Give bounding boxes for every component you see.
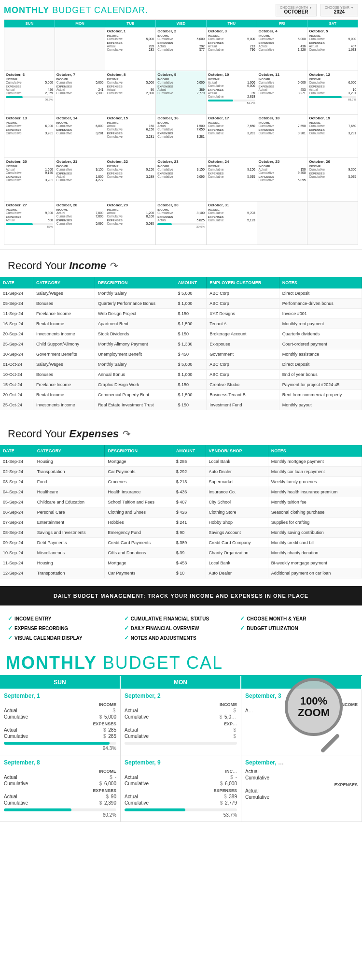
cal-cell-oct10: October, 10 INCOME Actual1,000 Cumulativ…: [207, 71, 257, 115]
income-table-row: 16-Sep-24 Rental Income Apartment Rent $…: [0, 319, 362, 329]
day-header-sat: SAT: [307, 20, 358, 28]
calendar-header: MONTHLY BUDGET CALENDAR. CHOOSE MONTH ▼ …: [4, 4, 358, 16]
cal-cell-oct17: October, 17 INCOME Cumulative7,650 EXPEN…: [207, 115, 257, 158]
title-bold: MONTHLY: [4, 5, 49, 15]
cal-cell-oct28: October, 28 INCOME Actual7,800 Cumulativ…: [55, 202, 106, 245]
cal-cell-oct30: October, 30 INCOME Cumulative8,100 EXPEN…: [156, 202, 207, 245]
expenses-table-row: 07-Sep-24 Entertainment Hobbies $ 241 Ho…: [0, 518, 362, 528]
income-col-category: CATEGORY: [33, 277, 95, 288]
day-header-sun: SUN: [4, 20, 55, 28]
cal-empty-2: [55, 28, 106, 71]
day-header-thu: THU: [207, 20, 257, 28]
feature-check-icon: ✓: [124, 625, 129, 632]
income-table-row: 01-Oct-24 Salary/Wages Monthly Salary $ …: [0, 360, 362, 370]
expenses-table-row: 08-Sep-24 Savings and Investments Emerge…: [0, 528, 362, 538]
big-calendar-title: MONTHLY BUDGET CAL: [6, 653, 356, 673]
cal-cell-oct16: October, 16 INCOME Actual1,500 Cumulativ…: [156, 115, 207, 158]
cal-cell-oct11: October, 11 INCOME Cumulative6,000 EXPEN…: [257, 71, 308, 115]
magnifier-text: 100%ZOOM: [298, 695, 330, 719]
income-table: DATE CATEGORY DESCRIPTION AMOUNT EMPLOYE…: [0, 277, 362, 410]
feature-label: INCOME ENTRY: [14, 616, 51, 621]
cal-cell-oct6: October, 6 INCOME Cumulative5,000 EXPENS…: [4, 71, 55, 115]
income-table-row: 30-Sep-24 Government Benefits Unemployme…: [0, 349, 362, 360]
income-section-title: Record Your Income: [8, 259, 106, 272]
feature-item: ✓VISUAL CALENDAR DISPLAY: [8, 634, 122, 641]
big-title-rest: BUDGET CAL: [97, 653, 223, 673]
exp-col-description: DESCRIPTION: [105, 445, 173, 457]
expenses-table-row: 05-Sep-24 Childcare and Education School…: [0, 497, 362, 507]
expenses-table-row: 01-Sep-24 Housing Mortgage $ 285 Local B…: [0, 457, 362, 467]
feature-item: ✓DAILY FINANCIAL OVERVIEW: [124, 625, 238, 632]
choose-year-control[interactable]: CHOOSE YEAR ▼ 2024: [320, 4, 358, 16]
big-cell-sep2: September, 2 INCOME Actual$ Cumulative$ …: [121, 689, 241, 755]
big-calendar-title-bar: MONTHLY BUDGET CAL: [0, 649, 362, 675]
feature-label: CHOOSE MONTH & YEAR: [247, 616, 306, 621]
cal-cell-oct9: October, 9 INCOME Cumulative5,000 EXPENS…: [156, 71, 207, 115]
expenses-table-row: 02-Sep-24 Transportation Car Payments $ …: [0, 467, 362, 477]
feature-check-icon: ✓: [240, 615, 245, 622]
day-header-tue: TUE: [105, 20, 156, 28]
income-table-row: 01-Sep-24 Salary/Wages Monthly Salary $ …: [0, 288, 362, 299]
cal-cell-oct14: October, 14 INCOME Cumulative6,000 EXPEN…: [55, 115, 106, 158]
magnifier-overlay: 100%ZOOM: [285, 678, 352, 746]
cal-cell-oct20: October, 20 INCOME Actual1,500 Cumulativ…: [4, 158, 55, 202]
title-rest: BUDGET CALENDAR.: [49, 5, 148, 15]
cal-cell-oct26: October, 26 INCOME Cumulative9,300 EXPEN…: [307, 158, 358, 202]
expenses-table-row: 03-Sep-24 Food Groceries $ 213 Supermark…: [0, 477, 362, 487]
dark-banner: DAILY BUDGET MANAGEMENT: TRACK YOUR INCO…: [0, 586, 362, 605]
income-table-row: 05-Sep-24 Bonuses Quarterly Performance …: [0, 299, 362, 309]
choose-month-control[interactable]: CHOOSE MONTH ▼ OCTOBER: [276, 4, 317, 16]
dark-banner-text: DAILY BUDGET MANAGEMENT: TRACK YOUR INCO…: [54, 593, 308, 599]
big-cell-sep1: September, 1 INCOME Actual$ Cumulative$ …: [0, 689, 121, 755]
exp-col-amount: AMOUNT: [173, 445, 206, 457]
cal-cell-oct13: October, 13 INCOME Cumulative6,000 EXPEN…: [4, 115, 55, 158]
cal-cell-oct19: October, 19 INCOME Cumulative7,650 EXPEN…: [307, 115, 358, 158]
feature-check-icon: ✓: [8, 615, 13, 622]
expenses-arrow-icon: ↷: [123, 428, 131, 440]
cal-cell-oct27: October, 27 INCOME Cumulative9,300 EXPEN…: [4, 202, 55, 245]
income-col-notes: NOTES: [279, 277, 362, 288]
income-table-row: 15-Oct-24 Freelance Income Graphic Desig…: [0, 380, 362, 390]
cal-empty-1: [4, 28, 55, 71]
feature-label: EXPENSE RECORDING: [14, 626, 68, 631]
cal-cell-oct15: October, 15 INCOME Actual150 Cumulative6…: [105, 115, 156, 158]
expenses-section-title: Record Your Expenses: [8, 428, 119, 440]
cal-cell-oct21: October, 21 INCOME Cumulative9,150 EXPEN…: [55, 158, 106, 202]
income-table-row: 10-Oct-24 Bonuses Annual Bonus $ 1,000 A…: [0, 370, 362, 380]
day-header-mon: MON: [55, 20, 106, 28]
income-col-employer: EMPLOYER/ CUSTOMER: [207, 277, 279, 288]
exp-col-category: CATEGORY: [34, 445, 105, 457]
cal-cell-oct29: October, 29 INCOME Actual1,200 Cumulativ…: [105, 202, 156, 245]
feature-label: VISUAL CALENDAR DISPLAY: [14, 635, 83, 641]
cal-cell-oct1: October, 1 INCOME Cumulative5,000 EXPENS…: [105, 28, 156, 71]
cal-cell-oct4: October, 4 INCOME Cumulative5,000 EXPENS…: [257, 28, 308, 71]
expenses-table-row: 09-Sep-24 Debt Payments Credit Card Paym…: [0, 538, 362, 548]
feature-check-icon: ✓: [8, 625, 13, 632]
choose-year-label: CHOOSE YEAR ▼: [325, 6, 354, 9]
exp-col-notes: NOTES: [268, 445, 362, 457]
cal-cell-oct5: October, 5 INCOME Cumulative5,000 EXPENS…: [307, 28, 358, 71]
feature-item: ✓CUMULATIVE FINANCIAL STATUS: [124, 615, 238, 622]
cal-cell-oct31: October, 31 INCOME Cumulative5,703 EXPEN…: [207, 202, 257, 245]
feature-item: ✓NOTES AND ADJUSTMENTS: [124, 634, 238, 641]
feature-check-icon: ✓: [124, 615, 129, 622]
calendar-title: MONTHLY BUDGET CALENDAR.: [4, 5, 148, 15]
big-col-mon: MON: [121, 676, 241, 689]
cal-cell-oct12: October, 12 INCOME Cumulative6,000 EXPEN…: [307, 71, 358, 115]
calendar-grid: SUN MON TUE WED THU FRI SAT October, 1 I…: [4, 19, 358, 245]
cal-cell-oct8: October, 8 INCOME Cumulative5,000 EXPENS…: [105, 71, 156, 115]
features-section: ✓INCOME ENTRY✓CUMULATIVE FINANCIAL STATU…: [0, 609, 362, 647]
current-month-value: OCTOBER: [280, 9, 312, 14]
big-cell-sep9: September, 9 INC… Actual$ - Cumulative$ …: [121, 755, 241, 822]
cal-empty-3: [257, 202, 308, 245]
cal-empty-4: [307, 202, 358, 245]
exp-col-date: DATE: [0, 445, 34, 457]
income-table-row: 25-Oct-24 Investments Income Real Estate…: [0, 400, 362, 410]
top-calendar-section: MONTHLY BUDGET CALENDAR. CHOOSE MONTH ▼ …: [0, 0, 362, 250]
expenses-section-header: Record Your Expenses ↷: [0, 418, 362, 445]
cal-cell-oct2: October, 2 INCOME Cumulative5,000 EXPENS…: [156, 28, 207, 71]
feature-label: NOTES AND ADJUSTMENTS: [131, 635, 196, 641]
choose-month-label: CHOOSE MONTH ▼: [280, 6, 312, 9]
current-year-value: 2024: [325, 9, 354, 14]
cal-cell-oct18: October, 18 INCOME Cumulative7,650 EXPEN…: [257, 115, 308, 158]
